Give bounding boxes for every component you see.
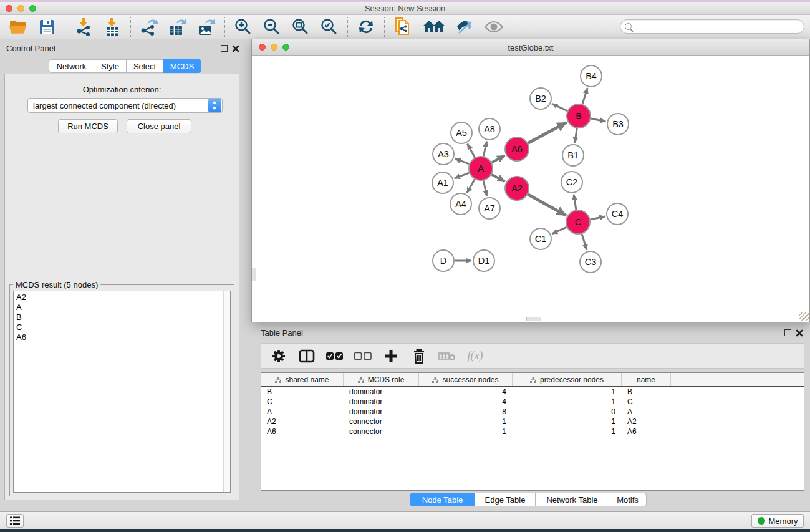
resize-grip-icon[interactable] — [799, 312, 809, 321]
hide-panel-icon[interactable] — [455, 17, 475, 37]
column-header-predecessor-nodes[interactable]: predecessor nodes — [513, 373, 622, 386]
add-column-icon[interactable] — [380, 346, 402, 366]
import-table-icon[interactable] — [102, 17, 122, 37]
memory-button[interactable]: Memory — [751, 514, 804, 528]
graph-edge-A-A3[interactable] — [455, 158, 470, 164]
table-cell[interactable]: 4 — [419, 387, 513, 396]
graph-edge-A-A1[interactable] — [455, 173, 470, 178]
search-input[interactable] — [634, 21, 804, 32]
column-header-shared-name[interactable]: shared name — [261, 373, 344, 386]
zoom-fit-icon[interactable] — [291, 17, 311, 37]
table-cell[interactable]: C — [261, 397, 344, 406]
columns-icon[interactable] — [296, 346, 318, 366]
table-cell[interactable]: dominator — [344, 407, 419, 416]
graph-edge-A-A6[interactable] — [492, 155, 505, 162]
network-window-titlebar[interactable]: testGlobe.txt — [252, 39, 809, 56]
function-builder-icon[interactable]: f(x) — [464, 346, 486, 366]
table-cell[interactable]: A — [261, 407, 344, 416]
tab-network[interactable]: Network — [49, 59, 94, 73]
tab-style[interactable]: Style — [94, 59, 127, 73]
search-box[interactable] — [620, 19, 804, 34]
delete-table-icon[interactable] — [436, 346, 458, 366]
table-row[interactable]: Bdominator41B — [261, 387, 804, 397]
network-canvas[interactable]: B4B2BB3B1A5A8A6A3AA1A4A7A2C2CC4C1C3DD1 — [253, 56, 809, 321]
table-cell[interactable]: connector — [344, 427, 419, 436]
graph-edge-B-B3[interactable] — [591, 118, 606, 122]
graph-edge-A6-B[interactable] — [528, 122, 567, 143]
result-list-item[interactable]: A2 — [14, 293, 223, 302]
tab-select[interactable]: Select — [127, 59, 163, 73]
result-list-item[interactable]: B — [14, 312, 223, 322]
graph-edge-A-A8[interactable] — [483, 142, 486, 157]
criterion-select[interactable]: largest connected component (directed) — [27, 98, 223, 113]
graph-edge-A-A4[interactable] — [467, 179, 475, 193]
tab-node-table[interactable]: Node Table — [410, 493, 475, 506]
table-cell[interactable]: 1 — [513, 427, 622, 436]
table-cell[interactable]: A2 — [261, 417, 344, 426]
float-panel-icon[interactable] — [221, 45, 228, 52]
graph-edge-B-B1[interactable] — [575, 128, 577, 143]
eye-icon[interactable] — [484, 17, 504, 37]
zoom-selected-icon[interactable] — [319, 17, 339, 37]
export-image-icon[interactable] — [196, 17, 216, 37]
float-table-panel-icon[interactable] — [784, 329, 791, 336]
save-session-icon[interactable] — [37, 17, 57, 37]
table-cell[interactable]: A — [622, 407, 671, 416]
table-row[interactable]: Adominator80A — [261, 407, 804, 417]
graph-edge-A-A5[interactable] — [468, 144, 475, 158]
table-cell[interactable]: 1 — [513, 387, 622, 396]
home-icon[interactable] — [422, 17, 446, 37]
table-cell[interactable]: C — [622, 397, 671, 406]
open-file-icon[interactable] — [8, 17, 28, 37]
tab-motifs[interactable]: Motifs — [609, 493, 647, 506]
export-table-icon[interactable] — [168, 17, 188, 37]
tab-network-table[interactable]: Network Table — [536, 493, 609, 506]
graph-edge-B-B2[interactable] — [552, 104, 567, 110]
result-list-item[interactable]: A — [14, 302, 223, 312]
zoom-out-icon[interactable] — [262, 17, 282, 37]
graph-edge-C-C1[interactable] — [552, 227, 567, 234]
table-cell[interactable]: A6 — [622, 427, 671, 436]
table-cell[interactable]: connector — [344, 417, 419, 426]
tab-edge-table[interactable]: Edge Table — [475, 493, 536, 506]
close-panel-icon[interactable] — [232, 45, 239, 52]
table-cell[interactable]: dominator — [344, 397, 419, 406]
mcds-result-list[interactable]: A2ABCA6 — [13, 291, 231, 493]
graph-edge-C-C4[interactable] — [591, 216, 605, 220]
bottom-gripper[interactable] — [526, 317, 541, 321]
task-history-button[interactable] — [6, 514, 24, 528]
table-row[interactable]: A2connector11A2 — [261, 417, 804, 427]
select-all-icon[interactable] — [324, 346, 346, 366]
table-cell[interactable]: 8 — [419, 407, 513, 416]
run-mcds-button[interactable]: Run MCDS — [58, 119, 118, 133]
network-graph[interactable]: B4B2BB3B1A5A8A6A3AA1A4A7A2C2CC4C1C3DD1 — [253, 56, 809, 317]
graph-edge-B-B4[interactable] — [582, 88, 587, 104]
table-cell[interactable]: A2 — [622, 417, 671, 426]
table-cell[interactable]: 0 — [513, 407, 622, 416]
result-list-item[interactable]: C — [14, 322, 223, 332]
node-table[interactable]: shared name MCDS role successor nodes pr… — [261, 372, 804, 491]
graph-edge-C-C3[interactable] — [582, 234, 587, 250]
table-row[interactable]: Cdominator41C — [261, 397, 804, 407]
left-gripper[interactable] — [252, 268, 256, 281]
table-cell[interactable]: 1 — [419, 417, 513, 426]
graph-edge-A-A7[interactable] — [483, 181, 486, 196]
close-panel-button[interactable]: Close panel — [127, 119, 191, 133]
table-cell[interactable]: B — [261, 387, 344, 396]
graph-edge-A-A2[interactable] — [492, 175, 505, 182]
result-scrollbar[interactable] — [223, 291, 230, 492]
result-list-item[interactable]: A6 — [14, 332, 223, 342]
table-cell[interactable]: 1 — [513, 417, 622, 426]
table-row[interactable]: A6connector11A6 — [261, 427, 804, 437]
refresh-icon[interactable] — [356, 17, 376, 37]
import-network-icon[interactable] — [74, 17, 94, 37]
graph-edge-C-C2[interactable] — [574, 195, 576, 210]
clone-network-icon[interactable] — [393, 17, 413, 37]
graph-edge-A2-C[interactable] — [528, 195, 566, 216]
table-cell[interactable]: B — [622, 387, 671, 396]
deselect-all-icon[interactable] — [352, 346, 374, 366]
gear-icon[interactable] — [268, 346, 290, 366]
tab-mcds[interactable]: MCDS — [163, 59, 201, 73]
table-cell[interactable]: 1 — [513, 397, 622, 406]
table-cell[interactable]: dominator — [344, 387, 419, 396]
